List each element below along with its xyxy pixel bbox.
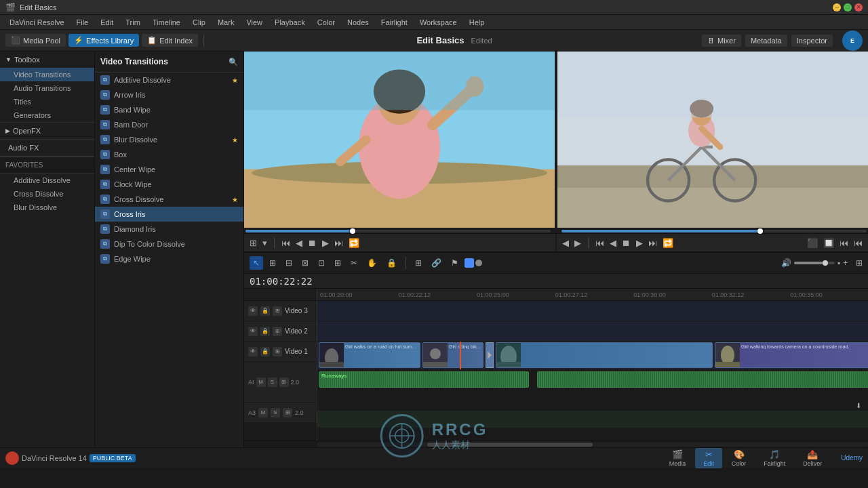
- settings-btn[interactable]: ⊞: [856, 258, 863, 268]
- clip-2[interactable]: Girl riding bike on the street.: [422, 342, 484, 368]
- zoom-tool[interactable]: 🔒: [383, 256, 400, 270]
- audio-clip-1[interactable]: [319, 371, 529, 388]
- stop-right[interactable]: ⏹: [620, 237, 632, 249]
- effects-library-button[interactable]: ⚡ Effects Library: [68, 34, 139, 47]
- effect-item-8[interactable]: ⧉ Cross Dissolve ★: [95, 192, 243, 207]
- scroll-thumb[interactable]: [427, 443, 593, 447]
- slip-tool[interactable]: ⊡: [315, 256, 328, 270]
- metadata-button[interactable]: Metadata: [745, 35, 787, 47]
- effect-item-2[interactable]: ⧉ Band Wipe: [95, 102, 243, 117]
- v2-lock[interactable]: 🔒: [260, 327, 270, 336]
- volume-minus[interactable]: ▪: [837, 258, 840, 268]
- v3-link[interactable]: ⊞: [273, 306, 282, 316]
- media-pool-button[interactable]: ⬛ Media Pool: [5, 34, 66, 47]
- effect-item-0[interactable]: ⧉ Additive Dissolve ★: [95, 73, 243, 87]
- v3-lock[interactable]: 🔒: [260, 306, 270, 316]
- right-scrub-handle[interactable]: [757, 228, 763, 234]
- flag-btn[interactable]: ⚑: [448, 256, 462, 270]
- snap-btn[interactable]: ⊞: [412, 256, 425, 270]
- sidebar-item-titles[interactable]: Titles: [0, 95, 94, 108]
- maximize-button[interactable]: □: [844, 3, 852, 12]
- slide-tool[interactable]: ⊞: [331, 256, 344, 270]
- prev-right2[interactable]: ⏮: [838, 237, 850, 249]
- frame-fwd-left[interactable]: ⏭: [333, 237, 344, 249]
- effect-item-11[interactable]: ⧉ Dip To Color Dissolve: [95, 237, 243, 251]
- loop-left[interactable]: 🔁: [347, 237, 361, 249]
- nav-fairlight[interactable]: 🎵 Fairlight: [755, 448, 793, 468]
- frame-back-right2[interactable]: ⏮: [852, 237, 864, 249]
- inspector-button[interactable]: Inspector: [791, 35, 833, 47]
- aspect-ratio-right[interactable]: ⬛: [806, 237, 819, 249]
- next-right-right[interactable]: ▶: [573, 237, 583, 249]
- minimize-button[interactable]: ─: [833, 3, 841, 12]
- effect-item-6[interactable]: ⧉ Center Wipe: [95, 162, 243, 177]
- a1-m[interactable]: M: [256, 378, 266, 387]
- menu-view[interactable]: View: [241, 17, 268, 28]
- a3-m[interactable]: M: [258, 408, 268, 418]
- menu-clip[interactable]: Clip: [187, 17, 211, 28]
- nav-media[interactable]: 🎬 Media: [661, 448, 694, 468]
- v1-link[interactable]: ⊞: [273, 347, 282, 357]
- effect-item-4[interactable]: ⧉ Blur Dissolve ★: [95, 132, 243, 147]
- frame-back-right[interactable]: ◀: [608, 237, 618, 249]
- v2-link[interactable]: ⊞: [273, 327, 282, 336]
- a1-link[interactable]: ⊞: [279, 378, 289, 387]
- effect-item-9[interactable]: ⧉ Cross Iris: [95, 207, 243, 222]
- volume-slider[interactable]: [794, 262, 835, 264]
- a3-s[interactable]: S: [271, 408, 280, 418]
- prev-clip-right[interactable]: ⏮: [594, 237, 606, 249]
- zoom-right[interactable]: 🔲: [822, 237, 835, 249]
- t-menu-left[interactable]: ▾: [261, 237, 269, 249]
- a1-s[interactable]: S: [268, 378, 277, 387]
- v1-lock[interactable]: 🔒: [260, 347, 270, 357]
- menu-davinci[interactable]: DaVinci Resolve: [4, 17, 70, 28]
- stop-left[interactable]: ⏹: [307, 237, 318, 249]
- trim-tool[interactable]: ⊞: [266, 256, 279, 270]
- menu-fairlight[interactable]: Fairlight: [376, 17, 413, 28]
- fav-additive-dissolve[interactable]: Additive Dissolve: [0, 174, 94, 187]
- mixer-button[interactable]: 🎚 Mixer: [702, 35, 741, 47]
- volume-plus[interactable]: +: [843, 258, 848, 268]
- audio-expand-arrow[interactable]: ⬇: [856, 402, 861, 409]
- selection-tool[interactable]: ↖: [250, 256, 263, 270]
- menu-mark[interactable]: Mark: [212, 17, 239, 28]
- loop-right[interactable]: 🔁: [661, 237, 675, 249]
- sidebar-item-audio-transitions[interactable]: Audio Transitions: [0, 81, 94, 95]
- v3-eye[interactable]: 👁: [248, 306, 258, 316]
- effect-item-3[interactable]: ⧉ Barn Door: [95, 117, 243, 132]
- fav-cross-dissolve[interactable]: Cross Dissolve: [0, 187, 94, 201]
- monitor-icon-left[interactable]: ⊞: [248, 237, 258, 249]
- prev-clip-left[interactable]: ⏮: [280, 237, 292, 249]
- transition-marker[interactable]: [486, 342, 494, 368]
- clip-1[interactable]: Girl walks on a road on hot summer: [319, 342, 420, 368]
- v1-eye[interactable]: 👁: [248, 347, 258, 357]
- left-scrub-handle[interactable]: [350, 228, 355, 234]
- hand-tool[interactable]: ✋: [363, 256, 380, 270]
- clip-3[interactable]: [496, 342, 713, 368]
- menu-trim[interactable]: Trim: [120, 17, 146, 28]
- nav-edit[interactable]: ✂ Edit: [695, 448, 722, 468]
- menu-timeline[interactable]: Timeline: [147, 17, 186, 28]
- nav-color[interactable]: 🎨 Color: [724, 448, 755, 468]
- menu-playback[interactable]: Playback: [269, 17, 311, 28]
- effects-search-icon[interactable]: 🔍: [229, 58, 238, 66]
- menu-workspace[interactable]: Workspace: [414, 17, 462, 28]
- frame-fwd-right[interactable]: ⏭: [647, 237, 658, 249]
- sidebar-item-video-transitions[interactable]: Video Transitions: [0, 68, 94, 81]
- menu-color[interactable]: Color: [312, 17, 340, 28]
- fav-blur-dissolve[interactable]: Blur Dissolve: [0, 201, 94, 214]
- effect-item-12[interactable]: ⧉ Edge Wipe: [95, 251, 243, 266]
- menu-file[interactable]: File: [71, 17, 94, 28]
- blade-tool[interactable]: ⊠: [298, 256, 312, 270]
- v2-eye[interactable]: 👁: [248, 327, 258, 336]
- menu-nodes[interactable]: Nodes: [342, 17, 374, 28]
- razor-tool[interactable]: ✂: [347, 256, 361, 270]
- openfx-header[interactable]: ▶ OpenFX: [0, 123, 94, 139]
- window-controls[interactable]: ─ □ ✕: [833, 3, 863, 12]
- color-btn-gray[interactable]: [475, 260, 482, 266]
- prev-left-right[interactable]: ◀: [561, 237, 570, 249]
- effect-item-5[interactable]: ⧉ Box: [95, 147, 243, 162]
- audio-clip-2[interactable]: [537, 371, 868, 388]
- dynamic-trim-tool[interactable]: ⊟: [282, 256, 296, 270]
- effect-item-7[interactable]: ⧉ Clock Wipe: [95, 177, 243, 192]
